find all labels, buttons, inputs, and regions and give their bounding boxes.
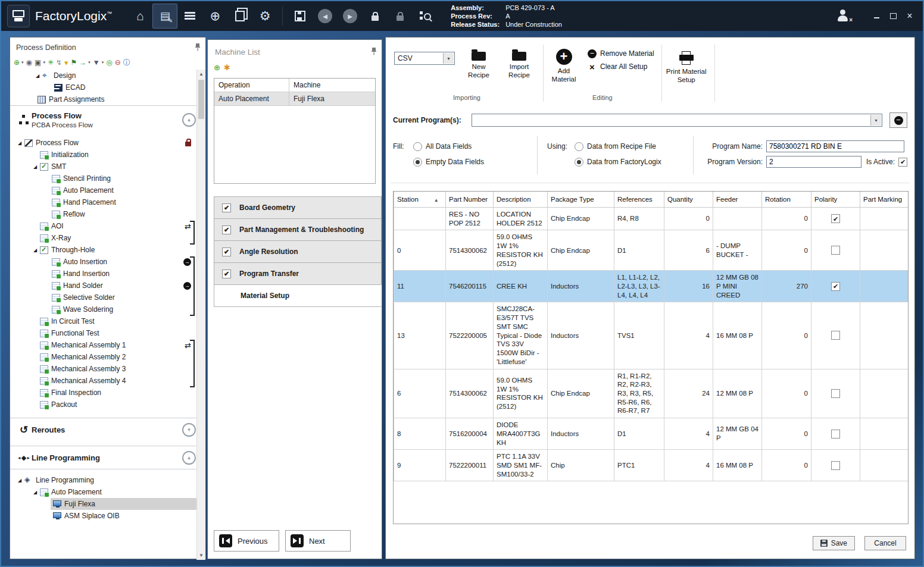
- tab-angle-resolution[interactable]: ✔Angle Resolution: [214, 240, 382, 263]
- cell-references[interactable]: D1: [614, 418, 664, 450]
- home-icon[interactable]: ⌂: [127, 4, 152, 29]
- cell-operation[interactable]: Auto Placement: [214, 92, 289, 105]
- scrollbar-thumb[interactable]: [198, 80, 204, 119]
- cell-description[interactable]: SMCJ28CA-E3/57T TVS SMT SMC Typical - Di…: [494, 302, 548, 369]
- polarity-checkbox[interactable]: ✔: [831, 214, 840, 223]
- cell-rotation[interactable]: 0: [762, 208, 811, 230]
- chevron-down-icon[interactable]: ▾: [443, 53, 454, 64]
- close-button[interactable]: ×: [903, 10, 917, 23]
- cell-part-number[interactable]: 7522200005: [446, 302, 494, 369]
- cell-part-marking[interactable]: [860, 369, 909, 418]
- tree-item-x-ray[interactable]: X-Ray: [10, 232, 205, 244]
- cell-rotation[interactable]: 270: [762, 271, 811, 302]
- tab-checkbox[interactable]: ✔: [222, 248, 231, 256]
- cell-polarity[interactable]: [811, 450, 860, 481]
- col-header-package-type[interactable]: Package Type: [548, 192, 614, 208]
- polarity-checkbox[interactable]: [831, 331, 840, 340]
- tree-item-mechanical-assembly-2[interactable]: Mechanical Assembly 2: [10, 351, 205, 363]
- cell-station[interactable]: 13: [394, 302, 446, 369]
- col-header-quantity[interactable]: Quantity: [664, 192, 713, 208]
- tab-part-management[interactable]: ✔Part Management & Troubleshooting: [214, 218, 382, 241]
- col-header-rotation[interactable]: Rotation: [762, 192, 811, 208]
- cell-description[interactable]: LOCATION HOLDER 2512: [494, 208, 548, 230]
- data-from-factorylogix-option[interactable]: Data from FactoryLogix: [575, 154, 661, 170]
- cell-quantity[interactable]: 4: [664, 450, 713, 481]
- cell-polarity[interactable]: ✔: [811, 208, 860, 230]
- cell-package-type[interactable]: Chip Endcap: [548, 208, 614, 230]
- expand-icon[interactable]: ◢: [30, 248, 40, 253]
- expand-icon[interactable]: ◢: [15, 478, 24, 483]
- tree-item-mechanical-assembly-3[interactable]: Mechanical Assembly 3: [10, 363, 205, 375]
- tree-item-auto-placement-lp[interactable]: ◢Auto Placement: [10, 486, 205, 498]
- cell-description[interactable]: CREE KH: [494, 271, 548, 302]
- export-caret-icon[interactable]: ▾: [88, 60, 90, 65]
- line-programming-section-header[interactable]: ◄◆► Line Programming: [10, 446, 205, 469]
- cell-polarity[interactable]: ✔: [811, 271, 860, 302]
- print-caret-icon[interactable]: ▾: [43, 60, 45, 65]
- cell-part-marking[interactable]: [860, 450, 909, 481]
- cell-package-type[interactable]: Inductors: [548, 271, 614, 302]
- cell-package-type[interactable]: Chip: [548, 450, 614, 481]
- cell-part-marking[interactable]: [860, 230, 909, 271]
- cell-quantity[interactable]: 24: [664, 369, 713, 418]
- remove-material-button[interactable]: Remove Material: [588, 47, 654, 60]
- cell-references[interactable]: D1: [614, 230, 664, 271]
- tree-item-through-hole[interactable]: ◢Through-Hole: [10, 244, 205, 256]
- print-icon[interactable]: ▣: [35, 58, 41, 67]
- info-icon[interactable]: ⓘ: [123, 58, 130, 67]
- tree-item-asm-siplace-oib[interactable]: ASM Siplace OIB: [10, 510, 205, 522]
- tree-item-initialization[interactable]: Initialization: [10, 149, 205, 161]
- pin-icon[interactable]: [195, 43, 201, 53]
- tree-item-part-assignments[interactable]: Part Assignments: [10, 93, 205, 105]
- add-caret-icon[interactable]: ▾: [21, 60, 24, 65]
- is-active-checkbox[interactable]: ✔: [898, 158, 907, 167]
- empty-data-fields-option[interactable]: Empty Data Fields: [413, 154, 484, 170]
- remove-icon[interactable]: ⊖: [115, 58, 121, 67]
- col-header-description[interactable]: Description: [494, 192, 548, 208]
- maximize-button[interactable]: [886, 10, 900, 23]
- polarity-checkbox[interactable]: [831, 461, 840, 470]
- col-header-polarity[interactable]: Polarity: [811, 192, 860, 208]
- tree-item-fuji-flexa[interactable]: Fuji Flexa: [10, 498, 205, 510]
- polarity-checkbox[interactable]: [831, 430, 840, 438]
- cell-polarity[interactable]: [811, 230, 860, 271]
- globe-icon[interactable]: ◉: [26, 58, 32, 67]
- radio-icon[interactable]: [413, 142, 422, 151]
- cell-description[interactable]: PTC 1.1A 33V SMD SM1 MF-SM100/33-2: [494, 450, 548, 481]
- tree-item-hand-insertion[interactable]: Hand Insertion: [10, 268, 205, 280]
- cancel-button[interactable]: Cancel: [864, 536, 906, 550]
- cell-references[interactable]: TVS1: [614, 302, 664, 369]
- cell-part-number[interactable]: 7514300062: [446, 369, 494, 418]
- cell-feeder[interactable]: - DUMP BUCKET -: [713, 230, 762, 271]
- vertical-scrollbar[interactable]: ▲ ▼: [196, 70, 205, 560]
- unlock-icon[interactable]: [388, 4, 413, 29]
- cell-part-marking[interactable]: [860, 418, 909, 450]
- cell-quantity[interactable]: 4: [664, 302, 713, 369]
- cell-part-number[interactable]: 7522200011: [446, 450, 494, 481]
- forward-icon[interactable]: ▶: [338, 4, 363, 29]
- remove-program-button[interactable]: [889, 112, 907, 128]
- target-icon[interactable]: ⊕: [202, 4, 227, 29]
- flag-icon[interactable]: ⚑: [71, 58, 77, 67]
- cell-quantity[interactable]: 6: [664, 230, 713, 271]
- cell-quantity[interactable]: 16: [664, 271, 713, 302]
- approve-icon[interactable]: ◎: [106, 58, 112, 67]
- cell-rotation[interactable]: 0: [762, 369, 811, 418]
- scroll-up-icon[interactable]: ▲: [199, 71, 204, 77]
- import-recipe-button[interactable]: Import Recipe: [502, 47, 536, 79]
- cell-part-marking[interactable]: [860, 302, 909, 369]
- minimize-button[interactable]: [869, 10, 884, 23]
- tree-item-aoi[interactable]: AOI: [10, 220, 205, 232]
- cell-part-number[interactable]: 7516200004: [446, 418, 494, 450]
- next-button[interactable]: Next: [285, 530, 351, 552]
- save-button[interactable]: Save: [813, 536, 855, 550]
- cell-station[interactable]: 9: [394, 450, 446, 481]
- cell-part-marking[interactable]: [860, 208, 909, 230]
- tree-item-hand-solder[interactable]: Hand Solder: [10, 280, 205, 292]
- machine-settings-icon[interactable]: ✱: [224, 62, 230, 72]
- tree-item-final-inspection[interactable]: Final Inspection: [10, 387, 205, 399]
- collapse-section-icon[interactable]: [182, 113, 196, 127]
- all-data-fields-option[interactable]: All Data Fields: [413, 139, 484, 154]
- settings-gear-icon[interactable]: ⚙: [252, 4, 277, 29]
- col-header-references[interactable]: References: [614, 192, 664, 208]
